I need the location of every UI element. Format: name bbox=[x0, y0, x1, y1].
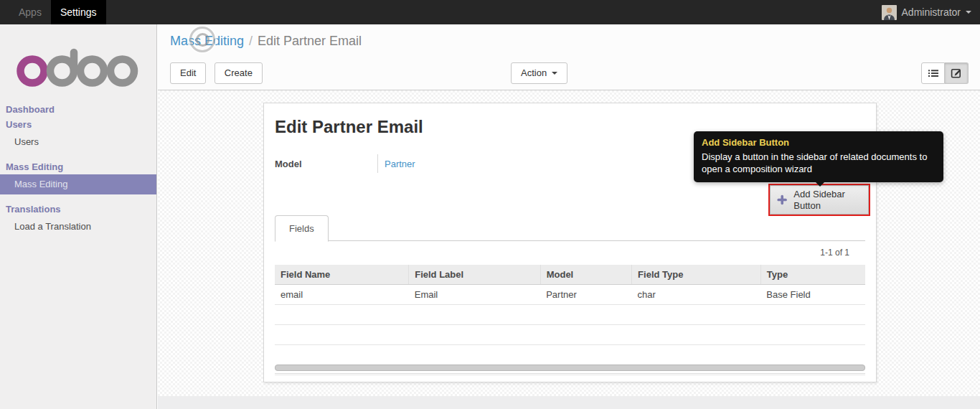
form-edit-icon bbox=[951, 67, 962, 79]
action-dropdown-button[interactable]: Action bbox=[511, 62, 567, 84]
sidebar-heading-translations: Translations bbox=[0, 202, 156, 217]
form-view-button[interactable] bbox=[945, 62, 969, 84]
breadcrumb: Mass Editing/Edit Partner Email bbox=[158, 24, 980, 49]
sidebar-item-users[interactable]: Users bbox=[0, 132, 156, 152]
column-header-field-name[interactable]: Field Name bbox=[275, 265, 409, 285]
control-panel-buttons: Edit Create Action bbox=[170, 62, 969, 84]
create-button[interactable]: Create bbox=[215, 62, 263, 84]
table-header-row: Field Name Field Label Model Field Type … bbox=[275, 265, 865, 285]
tooltip-arrow-icon bbox=[816, 182, 824, 187]
fields-table: Field Name Field Label Model Field Type … bbox=[275, 265, 865, 365]
caret-down-icon bbox=[966, 11, 971, 14]
field-separator bbox=[377, 154, 378, 173]
avatar-image bbox=[882, 5, 897, 20]
empty-row bbox=[275, 345, 865, 365]
app-sidebar: Dashboard Users Users Mass Editing Mass … bbox=[0, 24, 157, 409]
cell-field-name[interactable]: email bbox=[275, 285, 409, 305]
cell-type[interactable]: Base Field bbox=[760, 285, 865, 305]
table-row[interactable]: email Email Partner char Base Field bbox=[275, 285, 865, 305]
column-header-field-label[interactable]: Field Label bbox=[409, 265, 540, 285]
user-name: Administrator bbox=[902, 6, 961, 18]
field-tooltip: Add Sidebar Button Display a button in t… bbox=[694, 131, 943, 182]
column-header-type[interactable]: Type bbox=[760, 265, 865, 285]
empty-row bbox=[275, 305, 865, 325]
user-menu[interactable]: Administrator bbox=[882, 0, 980, 24]
notebook-tabs: Fields bbox=[275, 215, 865, 241]
view-switcher bbox=[921, 62, 969, 84]
breadcrumb-separator: / bbox=[249, 34, 253, 48]
column-header-field-type[interactable]: Field Type bbox=[632, 265, 761, 285]
odoo-logo bbox=[0, 24, 156, 90]
edit-button[interactable]: Edit bbox=[170, 62, 206, 84]
sidebar-item-load-translation[interactable]: Load a Translation bbox=[0, 217, 156, 237]
tooltip-body: Display a button in the sidebar of relat… bbox=[702, 151, 936, 175]
list-view-button[interactable] bbox=[921, 62, 945, 84]
sidebar-heading-dashboard: Dashboard bbox=[0, 102, 156, 117]
main-menu: Apps Settings bbox=[9, 0, 106, 24]
sidebar-heading-mass-editing: Mass Editing bbox=[0, 159, 156, 174]
top-navbar: Apps Settings Administrator bbox=[0, 0, 980, 24]
menu-apps[interactable]: Apps bbox=[9, 0, 51, 24]
column-header-model[interactable]: Model bbox=[540, 265, 631, 285]
user-avatar bbox=[882, 5, 897, 20]
sheet-bottom-divider bbox=[275, 373, 865, 375]
sidebar-item-mass-editing[interactable]: Mass Editing bbox=[0, 174, 156, 194]
cell-field-type[interactable]: char bbox=[632, 285, 761, 305]
horizontal-scrollbar bbox=[275, 365, 865, 371]
list-icon bbox=[928, 67, 939, 79]
cell-field-label[interactable]: Email bbox=[409, 285, 540, 305]
sidebar-nav: Dashboard Users Users Mass Editing Mass … bbox=[0, 102, 156, 237]
control-panel: Mass Editing/Edit Partner Email Edit Cre… bbox=[158, 24, 980, 90]
plus-icon bbox=[777, 194, 787, 206]
cell-model[interactable]: Partner bbox=[540, 285, 631, 305]
sidebar-heading-users: Users bbox=[0, 117, 156, 132]
breadcrumb-current: Edit Partner Email bbox=[258, 34, 362, 48]
add-sidebar-button[interactable]: Add Sidebar Button bbox=[770, 185, 869, 215]
annotation-highlight-box: Add Sidebar Button bbox=[768, 184, 870, 216]
content-bottom-strip bbox=[158, 396, 980, 409]
tab-fields[interactable]: Fields bbox=[275, 215, 329, 242]
odoo-app-window: Apps Settings Administrator bbox=[0, 0, 980, 409]
scrollbar-thumb[interactable] bbox=[275, 365, 865, 371]
tooltip-title: Add Sidebar Button bbox=[702, 136, 936, 149]
add-sidebar-button-label: Add Sidebar Button bbox=[793, 189, 862, 211]
menu-settings[interactable]: Settings bbox=[51, 0, 106, 24]
model-field-label: Model bbox=[275, 159, 377, 169]
main-area: Mass Editing/Edit Partner Email Edit Cre… bbox=[158, 24, 980, 409]
odoo-logo-image bbox=[16, 43, 139, 88]
loading-spinner-icon bbox=[189, 27, 215, 52]
caret-down-icon bbox=[552, 72, 557, 75]
list-pager: 1-1 of 1 bbox=[275, 248, 849, 258]
empty-row bbox=[275, 325, 865, 345]
model-value-link[interactable]: Partner bbox=[385, 159, 415, 169]
